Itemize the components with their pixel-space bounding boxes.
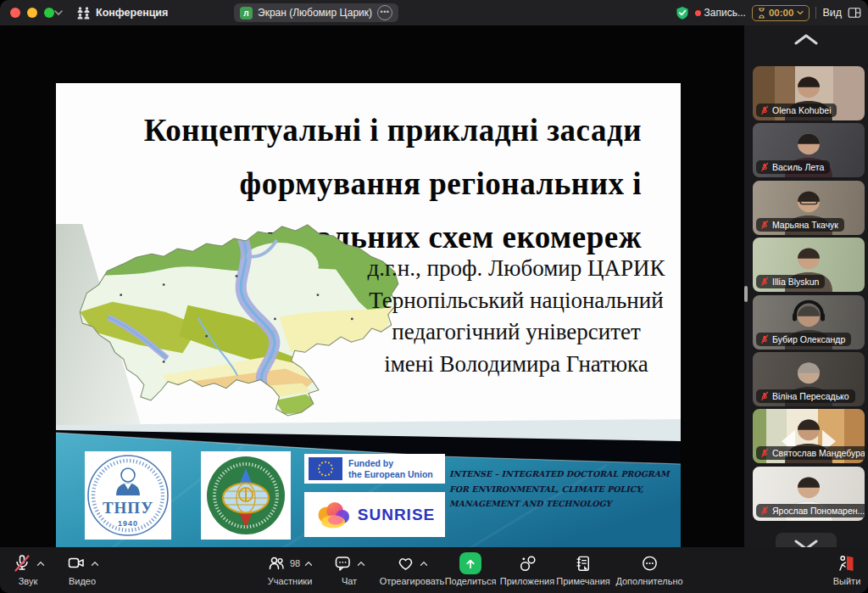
view-layout-icon[interactable] [848, 7, 861, 19]
participant-name-pill: Василь Лета [756, 160, 830, 174]
participant-tile[interactable]: Бубир Олександр [753, 295, 865, 350]
mic-muted-icon [12, 553, 32, 573]
intense-program-text: INTENSE – INTEGRATED DOCTORAL PROGRAM FO… [449, 467, 681, 512]
chat-button[interactable]: Чат [324, 552, 375, 586]
meeting-title: Конференция [96, 0, 168, 25]
participant-tile[interactable]: Olena Kohubei [753, 66, 865, 120]
participant-name-pill: Святослав Мандебура [756, 446, 865, 460]
reactions-label: Отреагировать [380, 576, 445, 586]
notes-button[interactable]: Примечания [556, 552, 610, 586]
timer-value: 00:00 [769, 8, 793, 18]
participant-name: Бубир Олександр [772, 334, 845, 344]
heart-icon [396, 554, 415, 573]
sunrise-logo: SUNRISE [304, 492, 445, 537]
participants-label: Участники [268, 576, 313, 586]
chevron-up-icon[interactable] [420, 561, 428, 567]
chevron-up-icon[interactable] [304, 561, 313, 567]
more-button[interactable]: Дополнительно [612, 552, 687, 586]
participant-name: Василь Лета [772, 162, 824, 172]
apps-button[interactable]: Приложения [500, 552, 554, 586]
tnpu-acronym: ТНПУ [85, 499, 171, 517]
share-screen-button[interactable]: Поделиться [443, 552, 498, 586]
leave-label: Выйти [833, 576, 861, 586]
window-titlebar: Конференция л Экран (Любомир Царик) ••• … [0, 0, 868, 25]
participant-name-pill: Віліна Пересадько [756, 389, 855, 403]
window-fullscreen-button[interactable] [44, 8, 54, 18]
participant-tile[interactable]: Віліна Пересадько [753, 352, 865, 406]
participant-name: Марьяна Ткачук [772, 220, 838, 230]
participant-name: Ярослав Пономарен... [772, 506, 865, 516]
leave-button[interactable]: Выйти [826, 552, 868, 586]
chevron-up-icon[interactable] [91, 561, 99, 567]
participant-name-pill: Olena Kohubei [756, 103, 837, 117]
participant-name-pill: Illia Blyskun [756, 275, 825, 288]
video-label: Видео [69, 576, 96, 586]
participant-tile[interactable]: Марьяна Ткачук [753, 181, 865, 235]
leave-door-icon [837, 553, 857, 573]
more-dots-icon [640, 554, 659, 573]
apps-label: Приложения [500, 576, 554, 586]
sidebar-scrollbar-thumb[interactable] [744, 286, 748, 302]
screen-share-tab[interactable]: л Экран (Любомир Царик) ••• [234, 3, 398, 22]
participants-count: 98 [290, 558, 300, 568]
participant-tile[interactable]: Ярослав Пономарен... [753, 467, 865, 521]
eu-flag-icon [309, 457, 342, 480]
divider [815, 7, 816, 19]
chevron-up-icon[interactable] [36, 561, 45, 567]
participant-name-pill: Бубир Олександр [756, 333, 851, 346]
security-shield-icon[interactable] [676, 6, 689, 20]
video-button[interactable]: Видео [56, 552, 108, 586]
participants-button[interactable]: 98 Участники [254, 552, 326, 586]
chevron-down-icon[interactable] [54, 8, 63, 17]
mute-button[interactable]: Звук [2, 552, 54, 586]
mic-muted-icon [760, 162, 770, 172]
view-menu-label[interactable]: Вид [822, 7, 842, 19]
participant-name: Illia Blyskun [772, 277, 819, 287]
sunrise-cloud-icon [314, 500, 352, 530]
eu-funding-text: Funded by the European Union [348, 458, 433, 480]
meeting-toolbar: Звук Видео 9 [0, 547, 868, 593]
recording-dot-icon [695, 10, 701, 16]
share-tab-options-icon[interactable]: ••• [377, 5, 392, 20]
notes-label: Примечания [556, 576, 610, 586]
participants-icon [267, 554, 286, 573]
sunrise-wordmark: SUNRISE [358, 506, 435, 524]
mic-muted-icon [760, 105, 770, 115]
notes-icon [574, 554, 593, 573]
meeting-people-icon [76, 6, 91, 20]
participant-name: Віліна Пересадько [772, 391, 849, 401]
recording-label: Запись... [704, 7, 746, 19]
apps-icon [518, 554, 537, 573]
geography-faculty-logo [201, 451, 291, 540]
meeting-timer[interactable]: 00:00 [752, 5, 810, 21]
mic-muted-icon [760, 391, 770, 401]
window-minimize-button[interactable] [27, 8, 37, 18]
scroll-up-chevron-icon[interactable] [793, 34, 819, 45]
more-label: Дополнительно [615, 576, 682, 586]
share-label: Поделиться [445, 576, 497, 586]
participant-name-pill: Ярослав Пономарен... [756, 504, 865, 517]
window-close-button[interactable] [10, 8, 20, 18]
mic-muted-icon [760, 448, 770, 458]
shared-screen-stage: Концептуальні і прикладні засади формува… [0, 25, 744, 547]
mic-muted-icon [760, 334, 770, 344]
chat-label: Чат [342, 576, 357, 586]
reactions-button[interactable]: Отреагировать [374, 552, 450, 586]
recording-indicator[interactable]: Запись... [695, 7, 746, 19]
tnpu-logo: ТНПУ 1940 [85, 451, 171, 540]
zoom-meeting-window: Конференция л Экран (Любомир Царик) ••• … [0, 0, 868, 593]
participant-tile[interactable]: Василь Лета [753, 123, 865, 177]
participant-name: Olena Kohubei [772, 105, 831, 115]
participant-tile[interactable]: Illia Blyskun [753, 238, 865, 292]
mic-muted-icon [760, 220, 770, 230]
eu-funding-logo: Funded by the European Union [304, 454, 445, 484]
participant-name-pill: Марьяна Ткачук [756, 218, 844, 232]
tnpu-year: 1940 [85, 519, 171, 528]
mic-muted-icon [760, 277, 770, 287]
share-tab-label: Экран (Любомир Царик) [258, 7, 372, 19]
participants-sidebar: Olena Kohubei Василь Лета [744, 25, 868, 547]
participant-name: Святослав Мандебура [772, 448, 865, 458]
slide-author-block: д.г.н., проф. Любомир ЦАРИК Тернопільськ… [354, 253, 678, 380]
participant-tile[interactable]: Святослав Мандебура [753, 409, 865, 463]
chevron-up-icon[interactable] [357, 561, 365, 567]
